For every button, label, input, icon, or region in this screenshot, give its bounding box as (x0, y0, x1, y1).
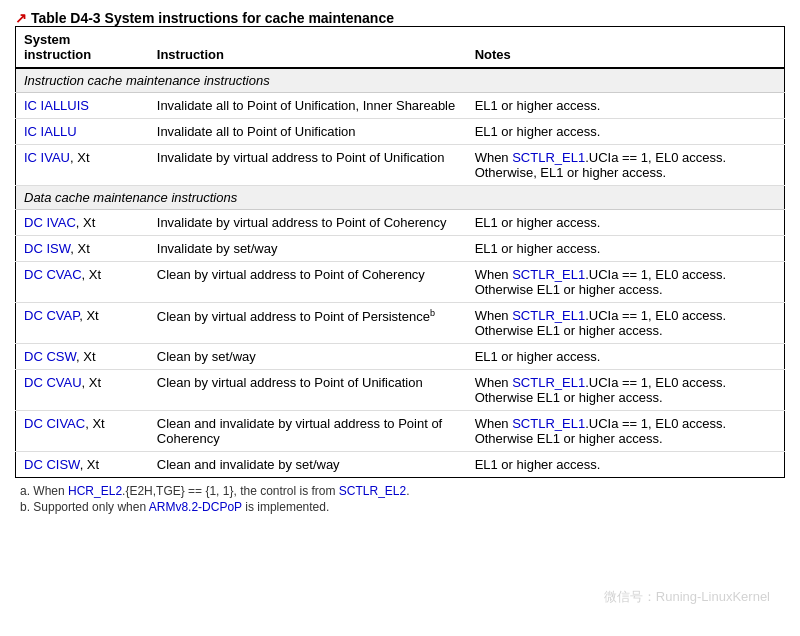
desc-cell: Clean by virtual address to Point of Coh… (149, 262, 467, 303)
instruction-link[interactable]: DC CISW (24, 457, 80, 472)
notes-cell: EL1 or higher access. (467, 93, 785, 119)
notes-link[interactable]: SCTLR_EL1 (512, 267, 585, 282)
desc-cell: Clean by set/way (149, 344, 467, 370)
desc-cell: Invalidate by virtual address to Point o… (149, 145, 467, 186)
notes-cell: EL1 or higher access. (467, 119, 785, 145)
instruction-cell: DC CVAU, Xt (16, 370, 149, 411)
instruction-link[interactable]: DC CSW (24, 349, 76, 364)
notes-cell: When SCTLR_EL1.UCIa == 1, EL0 access. Ot… (467, 145, 785, 186)
notes-cell: EL1 or higher access. (467, 452, 785, 478)
table-row: IC IVAU, XtInvalidate by virtual address… (16, 145, 785, 186)
instruction-link[interactable]: DC ISW (24, 241, 70, 256)
notes-cell: When SCTLR_EL1.UCIa == 1, EL0 access. Ot… (467, 370, 785, 411)
desc-cell: Invalidate by set/way (149, 236, 467, 262)
table-title: Table D4-3 System instructions for cache… (31, 10, 394, 26)
section-header-cell: Data cache maintenance instructions (16, 186, 785, 210)
desc-cell: Clean and invalidate by set/way (149, 452, 467, 478)
notes-link[interactable]: SCTLR_EL1 (512, 308, 585, 323)
notes-cell: EL1 or higher access. (467, 344, 785, 370)
instruction-link[interactable]: DC CVAC (24, 267, 82, 282)
instruction-link[interactable]: IC IALLUIS (24, 98, 89, 113)
table-row: DC CSW, XtClean by set/wayEL1 or higher … (16, 344, 785, 370)
page-title: ↗ Table D4-3 System instructions for cac… (15, 10, 785, 26)
section-header-row: Data cache maintenance instructions (16, 186, 785, 210)
footnote-label: b. (20, 500, 33, 514)
col-header-instruction: System instruction (16, 27, 149, 69)
table-row: DC ISW, XtInvalidate by set/wayEL1 or hi… (16, 236, 785, 262)
instruction-cell: IC IALLUIS (16, 93, 149, 119)
instruction-link[interactable]: DC CVAP (24, 308, 79, 323)
table-row: IC IALLUInvalidate all to Point of Unifi… (16, 119, 785, 145)
instruction-cell: IC IVAU, Xt (16, 145, 149, 186)
notes-cell: EL1 or higher access. (467, 210, 785, 236)
notes-link[interactable]: SCTLR_EL1 (512, 375, 585, 390)
instruction-cell: DC CVAP, Xt (16, 303, 149, 344)
desc-cell: Clean by virtual address to Point of Per… (149, 303, 467, 344)
section-header-cell: Instruction cache maintenance instructio… (16, 68, 785, 93)
notes-link[interactable]: SCTLR_EL1 (512, 150, 585, 165)
notes-cell: When SCTLR_EL1.UCIa == 1, EL0 access. Ot… (467, 411, 785, 452)
instruction-cell: DC IVAC, Xt (16, 210, 149, 236)
instruction-cell: DC CIVAC, Xt (16, 411, 149, 452)
title-arrow: ↗ (15, 10, 27, 26)
desc-cell: Invalidate all to Point of Unification (149, 119, 467, 145)
instruction-link[interactable]: IC IALLU (24, 124, 77, 139)
main-table: System instruction Instruction Notes Ins… (15, 26, 785, 478)
notes-link[interactable]: SCTLR_EL1 (512, 416, 585, 431)
footnote-link[interactable]: HCR_EL2 (68, 484, 122, 498)
table-row: DC CISW, XtClean and invalidate by set/w… (16, 452, 785, 478)
footnote-item: b. Supported only when ARMv8.2-DCPoP is … (20, 500, 785, 514)
table-row: DC CIVAC, XtClean and invalidate by virt… (16, 411, 785, 452)
instruction-cell: DC CSW, Xt (16, 344, 149, 370)
instruction-cell: IC IALLU (16, 119, 149, 145)
instruction-cell: DC ISW, Xt (16, 236, 149, 262)
watermark: 微信号：Runing-LinuxKernel (604, 588, 770, 606)
table-row: DC CVAP, XtClean by virtual address to P… (16, 303, 785, 344)
col-header-desc: Instruction (149, 27, 467, 69)
table-header-row: System instruction Instruction Notes (16, 27, 785, 69)
instruction-link[interactable]: DC CVAU (24, 375, 82, 390)
footnote-link2[interactable]: SCTLR_EL2 (339, 484, 406, 498)
instruction-cell: DC CVAC, Xt (16, 262, 149, 303)
table-row: IC IALLUISInvalidate all to Point of Uni… (16, 93, 785, 119)
section-header-row: Instruction cache maintenance instructio… (16, 68, 785, 93)
notes-cell: EL1 or higher access. (467, 236, 785, 262)
desc-cell: Invalidate all to Point of Unification, … (149, 93, 467, 119)
table-row: DC CVAC, XtClean by virtual address to P… (16, 262, 785, 303)
col-header-notes: Notes (467, 27, 785, 69)
footnote-label: a. (20, 484, 33, 498)
instruction-link[interactable]: IC IVAU (24, 150, 70, 165)
desc-cell: Invalidate by virtual address to Point o… (149, 210, 467, 236)
notes-cell: When SCTLR_EL1.UCIa == 1, EL0 access. Ot… (467, 303, 785, 344)
notes-cell: When SCTLR_EL1.UCIa == 1, EL0 access. Ot… (467, 262, 785, 303)
instruction-link[interactable]: DC CIVAC (24, 416, 85, 431)
table-row: DC IVAC, XtInvalidate by virtual address… (16, 210, 785, 236)
footnotes-section: a. When HCR_EL2.{E2H,TGE} == {1, 1}, the… (15, 484, 785, 514)
instruction-link[interactable]: DC IVAC (24, 215, 76, 230)
table-row: DC CVAU, XtClean by virtual address to P… (16, 370, 785, 411)
instruction-cell: DC CISW, Xt (16, 452, 149, 478)
desc-cell: Clean and invalidate by virtual address … (149, 411, 467, 452)
desc-cell: Clean by virtual address to Point of Uni… (149, 370, 467, 411)
footnote-item: a. When HCR_EL2.{E2H,TGE} == {1, 1}, the… (20, 484, 785, 498)
footnote-link[interactable]: ARMv8.2-DCPoP (149, 500, 242, 514)
